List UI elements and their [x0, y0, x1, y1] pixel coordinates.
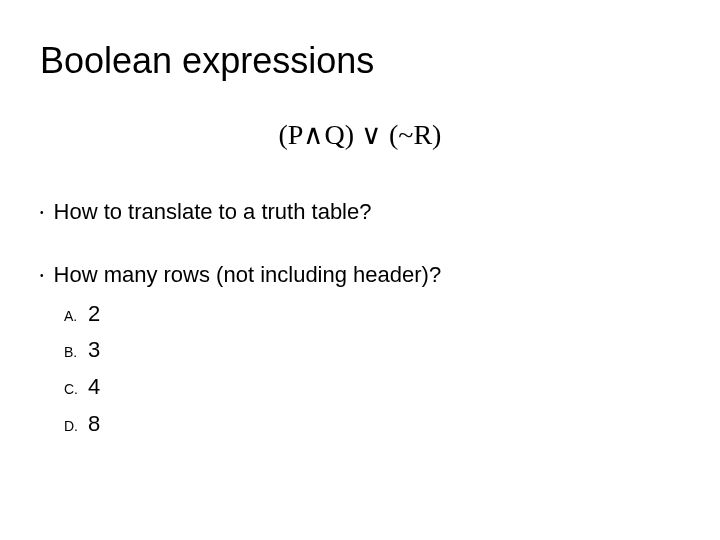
option-letter: B.	[64, 343, 88, 363]
slide: Boolean expressions (P∧Q) ∨ (~R) • How t…	[0, 0, 720, 540]
slide-body: • How to translate to a truth table? • H…	[40, 197, 680, 440]
options-list: A. 2 B. 3 C. 4 D. 8	[40, 299, 680, 440]
option-value: 2	[88, 299, 100, 330]
bullet-dot-icon: •	[40, 265, 44, 287]
bullet-item: • How many rows (not including header)?	[40, 260, 680, 291]
option-d: D. 8	[64, 409, 680, 440]
option-letter: C.	[64, 380, 88, 400]
boolean-expression: (P∧Q) ∨ (~R)	[40, 118, 680, 151]
option-value: 8	[88, 409, 100, 440]
option-b: B. 3	[64, 335, 680, 366]
slide-title: Boolean expressions	[40, 40, 680, 82]
bullet-dot-icon: •	[40, 202, 44, 224]
option-value: 4	[88, 372, 100, 403]
option-c: C. 4	[64, 372, 680, 403]
option-letter: A.	[64, 307, 88, 327]
bullet-text: How many rows (not including header)?	[54, 260, 442, 291]
option-letter: D.	[64, 417, 88, 437]
option-value: 3	[88, 335, 100, 366]
option-a: A. 2	[64, 299, 680, 330]
bullet-text: How to translate to a truth table?	[54, 197, 372, 228]
bullet-item: • How to translate to a truth table?	[40, 197, 680, 228]
